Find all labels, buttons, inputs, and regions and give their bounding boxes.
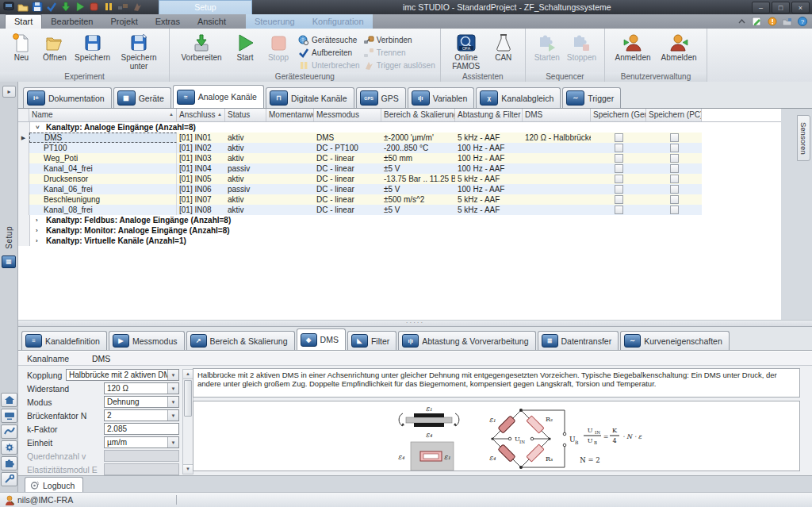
checkbox-speichern-geraet[interactable]: [615, 175, 623, 183]
header-dms[interactable]: DMS: [523, 109, 591, 121]
cell-dms[interactable]: [523, 153, 591, 163]
rail-expand-button[interactable]: ▸: [2, 86, 16, 98]
cell-bereich[interactable]: -200..850 °C: [381, 143, 455, 153]
checkbox-speichern-geraet[interactable]: [615, 164, 623, 173]
cell-messmodus[interactable]: DC - linear: [314, 205, 381, 215]
table-row-kanal08[interactable]: Kanal_08_frei [01] IN08 aktiv DC - linea…: [18, 205, 781, 215]
checkbox-speichern-pc[interactable]: [670, 164, 679, 173]
header-abtastung[interactable]: Abtastung & Filter: [455, 109, 523, 121]
table-row-beschleunigung[interactable]: Beschleunigung [01] IN07 aktiv DC - line…: [18, 194, 781, 205]
logbuch-tab[interactable]: Logbuch: [25, 477, 83, 493]
devices-button[interactable]: [1, 409, 17, 423]
form-scrollbar[interactable]: ▲ ▼: [182, 369, 193, 474]
start-button[interactable]: Start: [228, 31, 262, 63]
cell-status[interactable]: aktiv: [225, 174, 266, 184]
chevron-down-icon[interactable]: ▼: [167, 370, 178, 380]
checkbox-speichern-pc[interactable]: [670, 144, 679, 152]
group-row-analog[interactable]: ˅Kanaltyp: Analoge Eingänge (Anzahl=8): [18, 122, 781, 133]
cell-anschluss[interactable]: [01] IN06: [177, 184, 225, 194]
checkbox-speichern-geraet[interactable]: [615, 144, 623, 152]
checkbox-speichern-pc[interactable]: [670, 185, 679, 194]
cell-name[interactable]: PT100: [29, 143, 177, 153]
group-row-feldbus[interactable]: ›Kanaltyp: Feldbus: Analoge Eingänge (An…: [18, 215, 781, 225]
cell-dms[interactable]: [523, 143, 591, 153]
table-row-kanal04[interactable]: Kanal_04_frei [01] IN04 passiv DC - line…: [18, 163, 781, 174]
cell-anschluss[interactable]: [01] IN05: [177, 174, 225, 184]
tab-bearbeiten[interactable]: Bearbeiten: [42, 15, 102, 29]
aufbereiten-button[interactable]: Aufbereiten: [298, 47, 360, 58]
trigger-icon[interactable]: [132, 2, 143, 12]
cell-messmodus[interactable]: DC - linear: [314, 194, 381, 205]
table-row-dms[interactable]: ▶ DMS [01] IN01 aktiv DMS ±-2000 'µm/m' …: [18, 133, 781, 143]
kopplung-select[interactable]: Halbbrücke mit 2 aktiven DMS in uni...▼: [66, 369, 179, 381]
row-selector[interactable]: [18, 205, 29, 215]
checkbox-speichern-pc[interactable]: [670, 195, 679, 204]
tab-digitale-kanaele[interactable]: ⊓Digitale Kanäle: [266, 87, 354, 108]
checkbox-speichern-pc[interactable]: [670, 154, 679, 163]
cell-bereich[interactable]: ±500 m/s^2: [381, 194, 455, 205]
header-status[interactable]: Status: [225, 109, 266, 121]
cell-bereich[interactable]: -13.75 Bar .. 11.25 Bar: [381, 174, 455, 184]
cell-momentanwert[interactable]: [266, 133, 314, 143]
cell-name[interactable]: Kanal_06_frei: [29, 184, 177, 194]
checkbox-speichern-pc[interactable]: [670, 175, 679, 183]
abmelden-button[interactable]: Abmelden: [656, 31, 702, 63]
group-row-virtuell[interactable]: ›Kanaltyp: Virtuelle Kanäle (Anzahl=1): [18, 236, 781, 246]
cell-bereich[interactable]: ±50 mm: [381, 153, 455, 163]
cell-abtastung[interactable]: 100 Hz - AAF: [455, 163, 523, 174]
k-faktor-input[interactable]: 2.085: [104, 423, 179, 435]
tab-kanalabgleich[interactable]: χKanalabgleich: [476, 87, 561, 108]
scroll-up-icon[interactable]: ▲: [183, 370, 193, 379]
table-row-weg-poti[interactable]: Weg_Poti [01] IN03 aktiv DC - linear ±50…: [18, 153, 781, 163]
verbinden-button[interactable]: Verbinden: [363, 34, 435, 45]
speichern-unter-button[interactable]: Speichern unter: [113, 31, 164, 71]
tab-bereich-skalierung[interactable]: ↗Bereich & Skalierung: [186, 331, 295, 350]
cell-status[interactable]: aktiv: [225, 133, 266, 143]
header-messmodus[interactable]: Messmodus: [314, 109, 381, 121]
header-speichern-pc[interactable]: Speichern (PC): [646, 109, 702, 121]
stop-icon[interactable]: [89, 2, 100, 12]
row-selector[interactable]: [18, 194, 29, 205]
horizontal-splitter[interactable]: ·····: [18, 320, 812, 327]
row-indicator[interactable]: ▶: [18, 133, 29, 143]
tab-messmodus[interactable]: ▶Messmodus: [109, 331, 185, 350]
connect-icon[interactable]: [117, 2, 128, 12]
checkbox-speichern-geraet[interactable]: [615, 205, 623, 214]
tab-ansicht[interactable]: Ansicht: [189, 15, 235, 29]
chevron-down-icon[interactable]: ▼: [167, 410, 178, 421]
checkbox-speichern-geraet[interactable]: [615, 195, 623, 204]
cell-anschluss[interactable]: [01] IN07: [177, 194, 225, 205]
folder-small-icon[interactable]: [782, 17, 792, 26]
oeffnen-button[interactable]: Öffnen: [38, 31, 71, 63]
chevron-down-icon[interactable]: ▼: [167, 437, 178, 447]
tab-dms[interactable]: ◈DMS: [297, 328, 346, 350]
prepare-icon[interactable]: [60, 2, 71, 12]
cell-status[interactable]: passiv: [225, 163, 266, 174]
cell-dms[interactable]: [523, 205, 591, 215]
info-icon[interactable]: [767, 17, 777, 26]
trennen-button[interactable]: Trennen: [363, 47, 435, 58]
widerstand-select[interactable]: 120 Ω▼: [104, 382, 179, 394]
cell-abtastung[interactable]: 100 Hz - AAF: [455, 184, 523, 194]
trigger-ausloesen-button[interactable]: Trigger auslösen: [363, 60, 435, 71]
cell-abtastung[interactable]: 5 kHz - AAF: [455, 133, 523, 143]
cell-dms[interactable]: [523, 194, 591, 205]
header-speichern-geraet[interactable]: Speichern (Gerät): [591, 109, 646, 121]
cell-status[interactable]: aktiv: [225, 153, 266, 163]
check-icon[interactable]: [46, 2, 57, 12]
cell-bereich[interactable]: ±5 V: [381, 205, 455, 215]
expand-icon[interactable]: ›: [36, 237, 43, 244]
cell-momentanwert[interactable]: [266, 153, 314, 163]
brueckenfaktor-select[interactable]: 2▼: [104, 409, 179, 421]
cell-status[interactable]: aktiv: [225, 194, 266, 205]
table-row-pt100[interactable]: PT100 [01] IN02 aktiv DC - PT100 -200..8…: [18, 143, 781, 153]
pause-icon[interactable]: [103, 2, 114, 12]
row-selector[interactable]: [18, 143, 29, 153]
header-anschluss[interactable]: Anschluss▲: [177, 109, 225, 121]
cell-momentanwert[interactable]: [266, 174, 314, 184]
settings-gear-button[interactable]: [1, 440, 17, 455]
cell-name[interactable]: Beschleunigung: [29, 194, 177, 205]
tab-start[interactable]: Start: [5, 14, 42, 29]
cell-messmodus[interactable]: DMS: [314, 133, 381, 143]
vorbereiten-button[interactable]: Vorbereiten: [174, 31, 228, 63]
